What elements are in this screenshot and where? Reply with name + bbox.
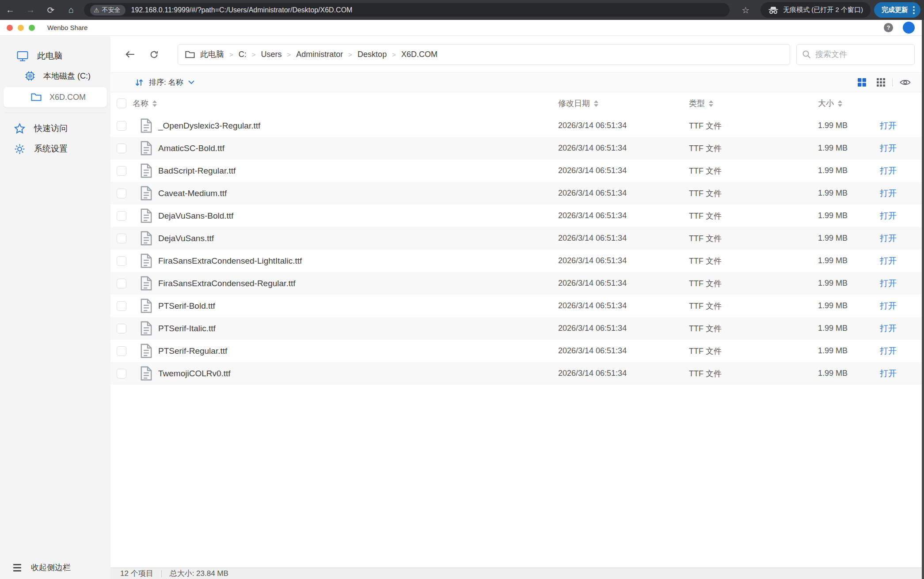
sort-arrows-icon[interactable] <box>838 100 842 107</box>
row-checkbox[interactable] <box>117 121 126 131</box>
items-count: 12 个项目 <box>120 568 153 579</box>
open-link[interactable]: 打开 <box>880 346 897 356</box>
row-checkbox[interactable] <box>117 211 126 221</box>
maximize-window-icon[interactable] <box>29 25 35 31</box>
table-row[interactable]: DejaVuSans.ttf 2026/3/14 06:51:34 TTF 文件… <box>110 227 924 250</box>
table-row[interactable]: _OpenDyslexic3-Regular.ttf 2026/3/14 06:… <box>110 114 924 137</box>
sidebar-item-label: 本地磁盘 (C:) <box>43 71 91 81</box>
column-header-date[interactable]: 修改日期 <box>558 98 590 109</box>
sidebar-item-local-disk-c[interactable]: 本地磁盘 (C:) <box>0 66 110 86</box>
close-window-icon[interactable] <box>7 25 13 31</box>
breadcrumb-segment[interactable]: Desktop <box>357 50 387 59</box>
file-name[interactable]: Caveat-Medium.ttf <box>152 189 558 198</box>
help-icon[interactable]: ? <box>884 23 893 32</box>
update-button[interactable]: 完成更新 <box>874 2 920 18</box>
row-checkbox[interactable] <box>117 144 126 153</box>
row-checkbox[interactable] <box>117 279 126 288</box>
address-bar[interactable]: ⚠ 不安全 192.168.0.11:9999/#/?path=C:/Users… <box>84 3 730 17</box>
breadcrumb[interactable]: 此电脑>C:>Users>Administrator>Desktop>X6D.C… <box>178 44 790 65</box>
table-row[interactable]: PTSerif-Bold.ttf 2026/3/14 06:51:34 TTF … <box>110 295 924 317</box>
breadcrumb-segment[interactable]: Users <box>261 50 282 59</box>
column-header-type[interactable]: 类型 <box>689 98 705 109</box>
avatar[interactable] <box>903 22 915 34</box>
row-checkbox[interactable] <box>117 234 126 243</box>
scrollbar[interactable] <box>922 20 924 579</box>
collapse-sidebar-button[interactable]: 收起侧边栏 <box>13 562 71 573</box>
browser-reload-icon[interactable]: ⟳ <box>41 0 61 20</box>
sort-arrows-icon[interactable] <box>709 100 713 107</box>
file-type: TTF 文件 <box>689 368 818 379</box>
bookmark-star-icon[interactable]: ☆ <box>737 5 754 15</box>
row-checkbox[interactable] <box>117 189 126 198</box>
file-name[interactable]: FiraSansExtraCondensed-LightItalic.ttf <box>152 256 558 266</box>
table-row[interactable]: FiraSansExtraCondensed-Regular.ttf 2026/… <box>110 272 924 295</box>
browser-home-icon[interactable]: ⌂ <box>61 0 81 20</box>
open-link[interactable]: 打开 <box>880 166 897 175</box>
table-row[interactable]: BadScript-Regular.ttf 2026/3/14 06:51:34… <box>110 159 924 182</box>
table-row[interactable]: PTSerif-Italic.ttf 2026/3/14 06:51:34 TT… <box>110 317 924 340</box>
table-row[interactable]: TwemojiCOLRv0.ttf 2026/3/14 06:51:34 TTF… <box>110 362 924 385</box>
column-header-size[interactable]: 大小 <box>818 98 834 109</box>
file-name[interactable]: _OpenDyslexic3-Regular.ttf <box>152 121 558 131</box>
back-icon[interactable] <box>120 50 140 58</box>
search-box[interactable] <box>796 44 915 65</box>
sidebar-item-this-pc[interactable]: 此电脑 <box>0 46 110 66</box>
select-all-checkbox[interactable] <box>117 98 126 108</box>
file-name[interactable]: PTSerif-Regular.ttf <box>152 346 558 356</box>
browser-menu-icon[interactable] <box>913 6 915 14</box>
sort-arrows-icon[interactable] <box>594 100 598 107</box>
table-row[interactable]: AmaticSC-Bold.ttf 2026/3/14 06:51:34 TTF… <box>110 137 924 159</box>
incognito-badge[interactable]: 无痕模式 (已打开 2 个窗口) <box>760 2 871 18</box>
table-row[interactable]: FiraSansExtraCondensed-LightItalic.ttf 2… <box>110 250 924 272</box>
open-link[interactable]: 打开 <box>880 234 897 243</box>
breadcrumb-separator: > <box>392 51 396 58</box>
sidebar-item-x6d-com[interactable]: X6D.COM <box>4 87 107 107</box>
browser-back-icon[interactable]: ← <box>0 0 20 20</box>
table-row[interactable]: PTSerif-Regular.ttf 2026/3/14 06:51:34 T… <box>110 340 924 362</box>
row-checkbox[interactable] <box>117 346 126 356</box>
browser-forward-icon[interactable]: → <box>20 0 41 20</box>
file-name[interactable]: BadScript-Regular.ttf <box>152 166 558 176</box>
url-text[interactable]: 192.168.0.11:9999/#/?path=C:/Users/Admin… <box>131 6 353 14</box>
minimize-window-icon[interactable] <box>18 25 24 31</box>
file-name[interactable]: AmaticSC-Bold.ttf <box>152 144 558 153</box>
open-link[interactable]: 打开 <box>880 189 897 198</box>
file-name[interactable]: PTSerif-Italic.ttf <box>152 324 558 333</box>
file-name[interactable]: FiraSansExtraCondensed-Regular.ttf <box>152 279 558 288</box>
file-name[interactable]: TwemojiCOLRv0.ttf <box>152 369 558 378</box>
open-link[interactable]: 打开 <box>880 279 897 288</box>
open-link[interactable]: 打开 <box>880 324 897 333</box>
table-row[interactable]: Caveat-Medium.ttf 2026/3/14 06:51:34 TTF… <box>110 182 924 204</box>
open-link[interactable]: 打开 <box>880 144 897 153</box>
search-input[interactable] <box>815 50 909 59</box>
breadcrumb-segment[interactable]: 此电脑 <box>200 49 224 60</box>
sidebar-item-settings[interactable]: 系统设置 <box>0 139 110 159</box>
sidebar-item-quick-access[interactable]: 快速访问 <box>0 118 110 139</box>
open-link[interactable]: 打开 <box>880 256 897 265</box>
column-header-name[interactable]: 名称 <box>133 98 148 109</box>
row-checkbox[interactable] <box>117 256 126 266</box>
refresh-icon[interactable] <box>144 50 164 59</box>
file-name[interactable]: DejaVuSans.ttf <box>152 234 558 243</box>
breadcrumb-segment[interactable]: Administrator <box>296 50 343 59</box>
file-name[interactable]: PTSerif-Bold.ttf <box>152 301 558 311</box>
row-checkbox[interactable] <box>117 324 126 333</box>
table-row[interactable]: DejaVuSans-Bold.ttf 2026/3/14 06:51:34 T… <box>110 204 924 227</box>
open-link[interactable]: 打开 <box>880 369 897 378</box>
row-checkbox[interactable] <box>117 369 126 378</box>
open-link[interactable]: 打开 <box>880 301 897 310</box>
row-checkbox[interactable] <box>117 301 126 311</box>
preview-eye-icon[interactable] <box>900 79 911 86</box>
security-chip[interactable]: ⚠ 不安全 <box>90 5 125 15</box>
grid-view-icon[interactable] <box>858 78 866 87</box>
gear-icon <box>14 144 25 155</box>
row-checkbox[interactable] <box>117 166 126 176</box>
file-name[interactable]: DejaVuSans-Bold.ttf <box>152 211 558 221</box>
sort-arrows-icon[interactable] <box>152 100 157 107</box>
breadcrumb-segment[interactable]: X6D.COM <box>401 50 437 59</box>
open-link[interactable]: 打开 <box>880 121 897 130</box>
sort-dropdown[interactable]: 排序: 名称 <box>135 77 194 87</box>
open-link[interactable]: 打开 <box>880 211 897 220</box>
small-grid-view-icon[interactable] <box>877 78 885 87</box>
breadcrumb-segment[interactable]: C: <box>239 50 247 59</box>
